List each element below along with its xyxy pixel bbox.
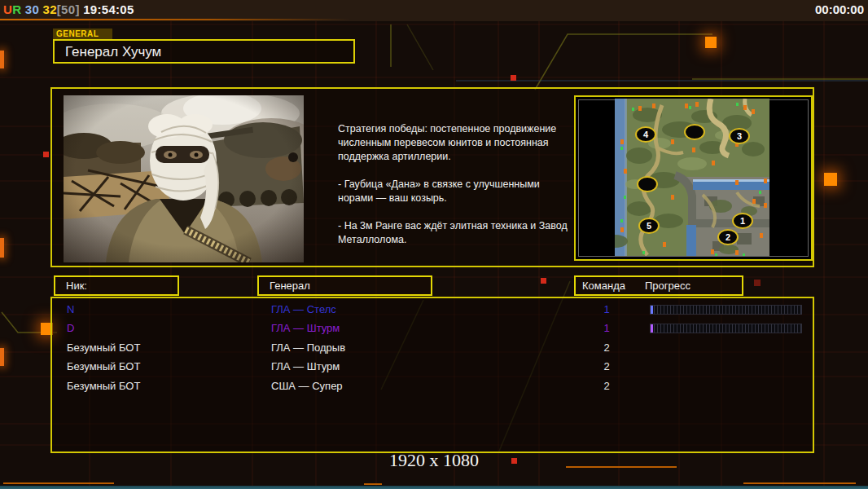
load-progress-bar [650,324,802,333]
player-team: 2 [594,380,619,392]
minimap-image: 4 3 5 1 2 [615,99,769,256]
stat-r: R [12,2,21,16]
general-column-header: Генерал [257,275,432,296]
stat-cap: [50] [57,2,80,16]
stat-u: U [3,2,12,16]
player-general: ГЛА — Подрыв [271,341,345,354]
player-row: D ГЛА — Штурм 1 [52,319,813,338]
progress-fill [651,306,653,314]
map-position-marker: 4 [635,126,656,143]
player-general: ГЛА — Штурм [271,360,340,372]
map-position-marker: 2 [717,229,739,245]
deco-glow-square [705,37,717,48]
player-row: N ГЛА — Стелс 1 [52,301,813,319]
team-progress-column-header: КомандаПрогресс [574,275,743,296]
player-nick: Безумный БОТ [67,341,140,354]
general-info-panel: Стратегия победы: постепенное продвижени… [50,87,814,267]
player-nick: Безумный БОТ [67,360,140,372]
stat-value-2: 32 [39,2,57,16]
deco-red-square [754,280,761,286]
player-general: США — Супер [271,380,343,392]
load-progress-bar [650,305,802,315]
map-position-marker [637,176,658,192]
map-position-marker: 5 [638,218,660,234]
stat-value-1: 30 [21,2,39,16]
player-team: 2 [594,360,619,372]
nick-column-header: Ник: [54,275,179,296]
page-title: Генерал Хучум [53,39,355,64]
player-row: Безумный БОТ США — Супер 2 [52,377,813,396]
progress-header-label: Прогресс [645,280,690,292]
general-portrait [64,95,304,262]
player-row: Безумный БОТ ГЛА — Штурм 2 [52,358,813,377]
player-row: Безумный БОТ ГЛА — Подрыв 2 [52,339,813,358]
deco-orange-line [364,483,382,485]
match-timer: 00:00:00 [815,2,864,16]
strategy-briefing: Стратегия победы: постепенное продвижени… [338,122,576,261]
deco-orange-line [3,482,114,484]
fps-stats-readout: UR 30 32[50] 19:54:05 [3,2,134,16]
deco-edge-bar [0,238,4,258]
briefing-paragraph: - Гаубица «Дана» в связке с улучшенными … [338,178,576,205]
progress-fill [651,324,653,333]
player-general: ГЛА — Стелс [271,303,336,315]
team-header-label: Команда [582,280,625,292]
deco-red-square [541,278,546,284]
player-nick: Безумный БОТ [67,380,140,392]
deco-red-square [43,152,49,157]
player-team: 1 [594,322,619,334]
map-position-marker: 1 [732,213,753,229]
deco-edge-bar [0,348,4,366]
player-team: 2 [594,341,619,354]
deco-orange-line [743,482,856,484]
minimap-panel: 4 3 5 1 2 [574,95,813,261]
bottom-strip [0,486,868,489]
map-position-marker [684,124,705,140]
briefing-paragraph: - На 3м Ранге вас ждёт элитная техника и… [338,219,576,247]
player-nick: N [67,303,74,315]
briefing-paragraph: Стратегия победы: постепенное продвижени… [338,122,576,164]
player-nick: D [67,322,74,334]
players-table: N ГЛА — Стелс 1 D ГЛА — Штурм 1 Безумный… [50,297,814,453]
topbar-underline [0,19,350,20]
clock-time: 19:54:05 [80,2,134,16]
resolution-label: 1920 x 1080 [0,450,868,471]
deco-edge-bar [0,51,4,68]
map-position-marker: 3 [729,128,750,144]
player-general: ГЛА — Штурм [271,322,340,334]
deco-red-square [511,75,516,81]
deco-glow-square [824,173,837,186]
general-tab-label: GENERAL [53,29,112,39]
player-team: 1 [594,303,619,315]
